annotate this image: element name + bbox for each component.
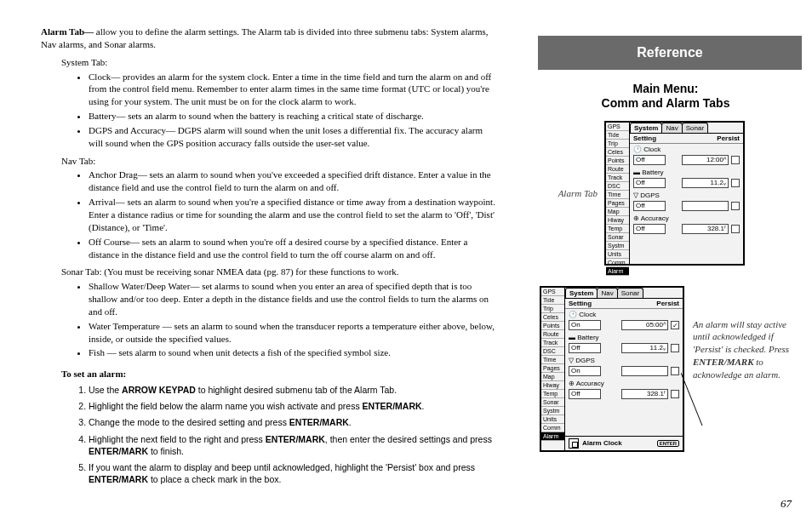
alarm-tab-label: Alarm Tab— bbox=[41, 26, 96, 37]
nav-tab-list: Anchor Drag— sets an alarm to sound when… bbox=[89, 169, 499, 260]
list-item: DGPS and Accuracy— DGPS alarm will sound… bbox=[89, 124, 499, 150]
sonar-tab-list: Shallow Water/Deep Water— set alarms to … bbox=[89, 280, 499, 359]
list-item: Fish — sets alarm to sound when unit det… bbox=[89, 346, 499, 359]
step-5: If you want the alarm to display and bee… bbox=[89, 461, 499, 485]
sonar-tab-head: Sonar Tab: (You must be receiving sonar … bbox=[61, 266, 499, 278]
list-item: Anchor Drag— sets an alarm to sound when… bbox=[89, 169, 499, 194]
step-1: Use the ARROW KEYPAD to highlight desire… bbox=[89, 384, 499, 396]
intro-paragraph: Alarm Tab— allow you to define the alarm… bbox=[41, 26, 499, 51]
device-side-tabs: GPSTideTrip CelesPointsRoute TrackDSCTim… bbox=[606, 123, 630, 264]
set-alarm-steps: Use the ARROW KEYPAD to highlight desire… bbox=[89, 384, 499, 485]
section-title: Main Menu: Comm and Alarm Tabs bbox=[519, 82, 812, 111]
list-item: Shallow Water/Deep Water— set alarms to … bbox=[89, 280, 499, 318]
list-item: Off Course— sets an alarm to sound when … bbox=[89, 236, 499, 261]
device-screenshot-2: GPSTideTrip CelesPointsRoute TrackDSCTim… bbox=[540, 286, 684, 452]
list-item: Battery— sets an alarm to sound when the… bbox=[89, 110, 499, 123]
reference-banner: Reference bbox=[538, 36, 802, 70]
step-4: Highlight the next field to the right an… bbox=[89, 433, 499, 457]
device-status-bar: Alarm Clock ENTER bbox=[565, 436, 683, 450]
system-tab-list: Clock— provides an alarm for the system … bbox=[89, 71, 499, 150]
step-3: Change the mode to the desired setting a… bbox=[89, 416, 499, 428]
system-tab-head: System Tab: bbox=[61, 56, 499, 69]
alarm-icon bbox=[569, 438, 579, 449]
step-2: Highlight the field below the alarm name… bbox=[89, 400, 499, 412]
device-side-tabs: GPSTideTrip CelesPointsRoute TrackDSCTim… bbox=[541, 288, 565, 450]
figure-caption-2: An alarm will stay active until acknowle… bbox=[693, 318, 803, 381]
device-top-tabs: System Nav Sonar bbox=[630, 123, 743, 134]
intro-text: allow you to define the alarm settings. … bbox=[41, 26, 489, 49]
manual-text-column: Alarm Tab— allow you to define the alarm… bbox=[0, 0, 519, 526]
nav-tab-head: Nav Tab: bbox=[61, 155, 499, 168]
list-item: Arrival— sets an alarm to sound when you… bbox=[89, 196, 499, 234]
page-number: 67 bbox=[781, 497, 792, 511]
list-item: Water Temperature — sets an alarm to sou… bbox=[89, 320, 499, 346]
sidebar-column: Reference Main Menu: Comm and Alarm Tabs… bbox=[519, 0, 812, 526]
device-top-tabs: System Nav Sonar bbox=[565, 288, 683, 299]
set-alarm-head: To set an alarm: bbox=[61, 368, 499, 380]
list-item: Clock— provides an alarm for the system … bbox=[89, 71, 499, 109]
figure-caption-1: Alarm Tab bbox=[519, 188, 604, 198]
device-screenshot-1: GPSTideTrip CelesPointsRoute TrackDSCTim… bbox=[604, 121, 745, 266]
